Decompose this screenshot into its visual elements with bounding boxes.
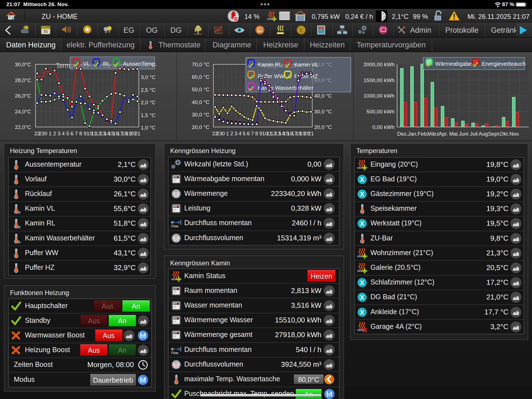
svg-text:Nov.: Nov.: [509, 131, 520, 137]
svg-text:5: 5: [243, 131, 246, 136]
svg-text:30,0 °C: 30,0 °C: [314, 109, 332, 115]
svg-text:1: 1: [49, 131, 52, 136]
svg-text:2: 2: [230, 131, 233, 136]
svg-text:60,0 °C: 60,0 °C: [192, 74, 209, 80]
svg-text:2: 2: [53, 131, 56, 136]
svg-text:4: 4: [239, 131, 242, 136]
svg-text:3: 3: [57, 131, 60, 136]
svg-text:40,0 °C: 40,0 °C: [314, 93, 332, 99]
svg-text:30,0 °C: 30,0 °C: [192, 112, 209, 118]
svg-text:Juni: Juni: [459, 131, 469, 137]
svg-text:21: 21: [308, 131, 314, 136]
svg-text:6: 6: [71, 131, 74, 136]
svg-text:VL: VL: [83, 61, 90, 67]
svg-text:20,0 °C: 20,0 °C: [192, 124, 209, 130]
svg-text:€: €: [300, 27, 303, 33]
svg-text:2,0 °C: 2,0 °C: [141, 100, 155, 105]
svg-text:8: 8: [255, 131, 258, 136]
svg-text:0: 0: [222, 131, 225, 136]
svg-text:8: 8: [79, 131, 82, 136]
svg-text:4: 4: [62, 131, 65, 136]
svg-text:1,5 °C: 1,5 °C: [141, 112, 155, 118]
svg-text:Kamin VL: Kamin VL: [294, 62, 318, 68]
svg-text:50,0 °C: 50,0 °C: [192, 87, 209, 92]
svg-text:1: 1: [226, 131, 229, 136]
svg-text:28,0°C: 28,0°C: [15, 77, 31, 83]
svg-text:Jan.: Jan.: [408, 131, 418, 137]
svg-text:2000,00 kWh: 2000,00 kWh: [364, 62, 395, 67]
svg-text:Kamin RL: Kamin RL: [258, 62, 282, 68]
svg-text:AussenTemp.: AussenTemp.: [123, 61, 157, 67]
svg-text:März: März: [427, 131, 439, 137]
svg-text:0,00 kWh: 0,00 kWh: [372, 124, 395, 130]
svg-text:Energieverbrauch: Energieverbrauch: [482, 61, 526, 67]
svg-text:500,00 kWh: 500,00 kWh: [367, 109, 395, 115]
svg-text:Okt.: Okt.: [500, 131, 509, 137]
svg-text:21: 21: [134, 131, 140, 136]
svg-text:7: 7: [75, 131, 78, 136]
svg-text:2,5 °C: 2,5 °C: [141, 87, 155, 93]
svg-text:20,0 °C: 20,0 °C: [314, 124, 332, 130]
svg-text:1500,00 kWh: 1500,00 kWh: [364, 77, 395, 83]
svg-text:3: 3: [234, 131, 237, 136]
svg-text:0: 0: [44, 131, 47, 136]
svg-text:Dez.: Dez.: [397, 131, 408, 137]
svg-text:1000,00 kWh: 1000,00 kWh: [364, 93, 395, 99]
svg-text:Apr.: Apr.: [439, 131, 448, 137]
svg-text:3,0 °C: 3,0 °C: [141, 74, 155, 80]
svg-text:24,0°C: 24,0°C: [15, 109, 31, 115]
svg-text:23: 23: [216, 131, 222, 136]
svg-text:30,0°C: 30,0°C: [15, 62, 31, 67]
svg-text:5: 5: [66, 131, 69, 136]
svg-text:Feb.: Feb.: [418, 131, 428, 137]
svg-text:Wärmeabgabe: Wärmeabgabe: [435, 61, 472, 67]
svg-text:31: 31: [44, 29, 48, 34]
svg-text:26,0°C: 26,0°C: [15, 93, 31, 99]
svg-text:9: 9: [84, 131, 87, 136]
svg-text:6: 6: [247, 131, 250, 136]
svg-text:Juli: Juli: [470, 131, 478, 137]
svg-text:7: 7: [251, 131, 254, 136]
svg-text:Sept.: Sept.: [488, 131, 500, 137]
svg-text:Mai: Mai: [449, 131, 458, 137]
svg-text:70,0 °C: 70,0 °C: [192, 62, 209, 67]
svg-text:1,0 °C: 1,0 °C: [141, 125, 155, 131]
svg-text:40,0 °C: 40,0 °C: [192, 99, 209, 105]
svg-text:23: 23: [39, 131, 44, 136]
svg-text:22,0°C: 22,0°C: [15, 124, 31, 130]
svg-text:RL: RL: [103, 61, 110, 67]
